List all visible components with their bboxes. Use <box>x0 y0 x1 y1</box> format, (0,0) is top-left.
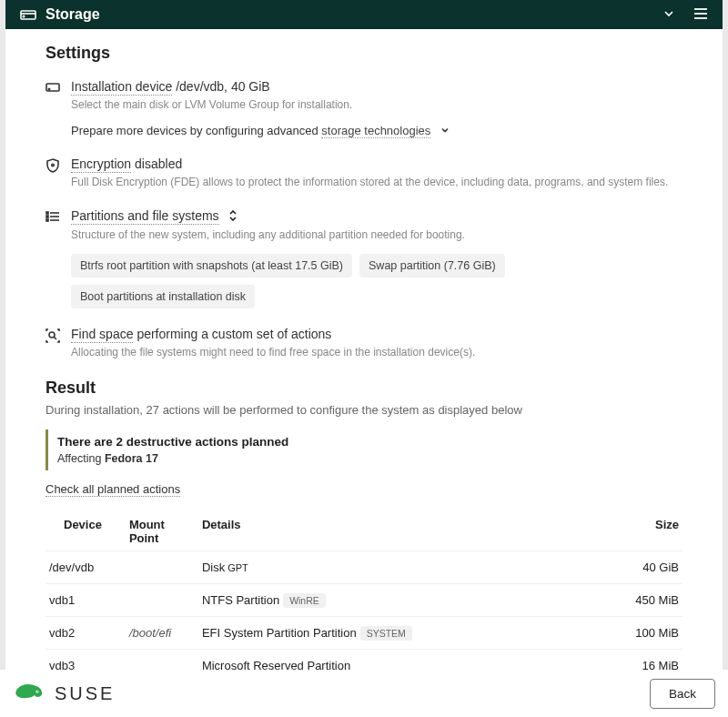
alert-sub-strong: Fedora 17 <box>105 452 158 465</box>
svg-line-15 <box>54 337 56 339</box>
footer: SUSE Back <box>0 670 728 717</box>
size-text: 100 MiB <box>635 626 679 640</box>
table-row: /dev/vdbDisk GPT40 GiB <box>46 550 682 583</box>
size-text: 40 GiB <box>642 560 679 574</box>
details-text: Microsoft Reserved Partition <box>202 659 350 670</box>
devices-table: Device Mount Point Details Size /dev/vdb… <box>46 512 682 670</box>
device-cell: vdb2 <box>46 616 126 649</box>
svg-rect-13 <box>46 219 48 221</box>
svg-rect-11 <box>46 212 48 214</box>
result-heading: Result <box>46 379 682 398</box>
partition-chips: Btrfs root partition with snapshots (at … <box>71 254 682 308</box>
details-cell: Disk GPT <box>198 550 489 583</box>
setting-find-space: Find space performing a custom set of ac… <box>46 327 682 360</box>
chip-boot: Boot partitions at installation disk <box>71 285 255 308</box>
find-space-value: performing a custom set of actions <box>136 327 331 341</box>
svg-point-1 <box>23 15 24 16</box>
mount-cell: /boot/efi <box>126 616 198 649</box>
size-text: 16 MiB <box>642 659 679 670</box>
install-device-link[interactable]: Installation device <box>71 79 172 96</box>
gpt-label: GPT <box>225 562 248 573</box>
main-content: Settings Installation device /dev/vdb, 4… <box>5 29 723 670</box>
encryption-desc: Full Disk Encryption (FDE) allows to pro… <box>71 175 682 190</box>
table-row: vdb1NTFS PartitionWinRE450 MiB <box>46 583 682 616</box>
encryption-link[interactable]: Encryption <box>71 157 131 173</box>
svg-rect-12 <box>46 216 48 217</box>
partitions-desc: Structure of the new system, including a… <box>71 227 682 243</box>
settings-heading: Settings <box>46 44 682 63</box>
details-cell: Microsoft Reserved Partition <box>198 649 489 670</box>
install-device-desc: Select the main disk or LVM Volume Group… <box>71 97 682 113</box>
details-text: NTFS Partition <box>202 593 279 607</box>
svg-point-17 <box>37 691 38 692</box>
disk-icon <box>46 81 60 96</box>
page-header: Storage <box>5 0 723 29</box>
shield-icon <box>46 158 60 176</box>
col-mount: Mount Point <box>126 512 198 551</box>
install-device-value: /dev/vdb, 40 GiB <box>176 79 270 94</box>
col-details: Details <box>198 512 489 551</box>
list-icon <box>46 210 60 226</box>
chip-root: Btrfs root partition with snapshots (at … <box>71 254 352 278</box>
find-space-desc: Allocating the file systems might need t… <box>71 345 682 360</box>
details-cell: EFI System Partition PartitionSYSTEM <box>198 616 489 649</box>
mount-cell <box>126 649 198 670</box>
find-space-link[interactable]: Find space <box>71 327 133 343</box>
size-cell: 16 MiB <box>488 649 682 670</box>
svg-point-14 <box>49 332 55 338</box>
mount-cell <box>126 550 198 583</box>
svg-point-6 <box>48 88 49 89</box>
size-cell: 450 MiB <box>488 583 682 616</box>
menu-icon[interactable] <box>693 7 708 23</box>
result-desc: During installation, 27 actions will be … <box>46 403 682 417</box>
chevron-down-icon[interactable] <box>440 125 450 138</box>
setting-encryption: Encryption disabled Full Disk Encryption… <box>46 157 682 190</box>
size-cell: 40 GiB <box>488 550 682 583</box>
suse-brand-text: SUSE <box>55 683 115 704</box>
details-text: EFI System Partition Partition <box>202 626 357 640</box>
size-text: 450 MiB <box>635 593 679 607</box>
sort-icon[interactable] <box>228 209 238 224</box>
check-actions-link[interactable]: Check all planned actions <box>46 482 180 497</box>
device-cell: vdb1 <box>46 583 126 616</box>
partition-badge: SYSTEM <box>360 626 412 641</box>
col-device: Device <box>46 512 126 551</box>
svg-rect-0 <box>21 11 35 19</box>
mount-cell <box>126 583 198 616</box>
alert-headline: There are 2 destructive actions planned <box>57 435 682 449</box>
table-row: vdb3Microsoft Reserved Partition16 MiB <box>46 649 682 670</box>
back-button[interactable]: Back <box>650 679 715 709</box>
expand-toggle[interactable] <box>662 7 675 23</box>
storage-tech-link[interactable]: storage technologies <box>321 124 430 138</box>
alert-sub-pre: Affecting <box>57 452 105 465</box>
partition-badge: WinRE <box>283 593 326 608</box>
table-row: vdb2/boot/efiEFI System Partition Partit… <box>46 616 682 649</box>
partitions-link[interactable]: Partitions and file systems <box>71 208 219 225</box>
setting-install-device: Installation device /dev/vdb, 40 GiB Sel… <box>46 79 682 138</box>
device-cell: /dev/vdb <box>46 550 126 583</box>
setting-partitions: Partitions and file systems Structure of… <box>46 208 682 308</box>
suse-logo-icon <box>13 682 46 705</box>
details-cell: NTFS PartitionWinRE <box>198 583 489 616</box>
details-text: Disk <box>202 560 225 574</box>
destructive-alert: There are 2 destructive actions planned … <box>46 429 682 470</box>
svg-point-7 <box>52 164 54 166</box>
chip-swap: Swap partition (7.76 GiB) <box>359 254 505 278</box>
storage-icon <box>20 7 36 23</box>
size-cell: 100 MiB <box>488 616 682 649</box>
search-box-icon <box>46 328 60 346</box>
page-title: Storage <box>46 6 100 23</box>
device-cell: vdb3 <box>46 649 126 670</box>
col-size: Size <box>488 512 682 551</box>
encryption-value: disabled <box>135 157 182 171</box>
storage-tech-pre: Prepare more devices by configuring adva… <box>71 124 321 137</box>
